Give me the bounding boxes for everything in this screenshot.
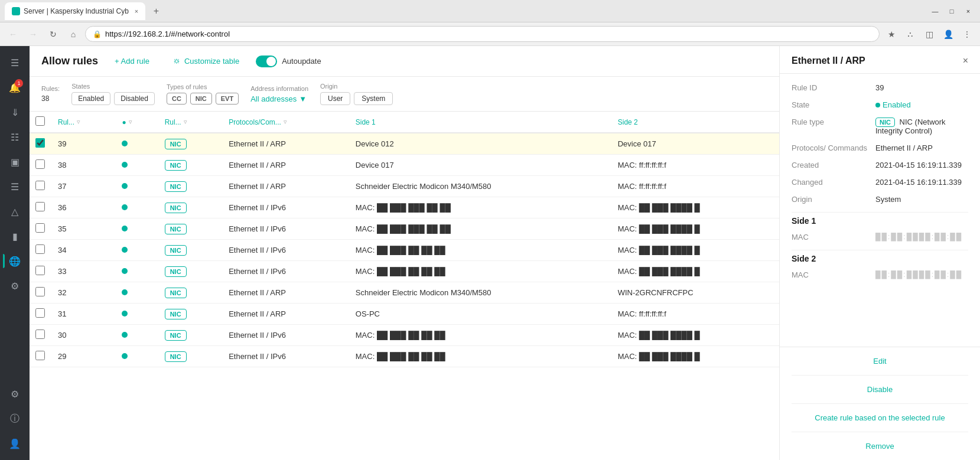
sidebar-item-monitor[interactable]: ▣ [3,150,27,174]
sidebar-item-list[interactable]: ☰ [3,175,27,198]
col-rule-name-label: Rul... [165,118,181,126]
detail-origin-row: Origin System [792,195,968,204]
browser-chrome: Server | Kaspersky Industrial Cyb × + — … [0,0,980,22]
row-checkbox[interactable] [35,223,45,233]
col-rule-id-filter-icon[interactable]: ▿ [77,118,80,126]
rules-table: Rul... ▿ ● ▿ Rul... [30,112,779,367]
sidebar-item-user[interactable]: 👤 [3,432,27,455]
col-rule-id[interactable]: Rul... ▿ [51,112,115,133]
row-protocol: Ethernet II / IPv6 [222,261,349,282]
col-side1[interactable]: Side 1 [349,112,611,133]
row-checkbox[interactable] [35,329,45,339]
disabled-filter-button[interactable]: Disabled [114,92,155,105]
disable-button[interactable]: Disable [792,383,968,396]
maximize-button[interactable]: □ [945,6,959,17]
type-cc-button[interactable]: CC [167,93,187,105]
col-status-filter-icon[interactable]: ▿ [129,118,132,126]
autoupdate-switch[interactable] [256,56,277,67]
remove-button[interactable]: Remove [792,439,968,453]
detail-close-button[interactable]: × [963,56,968,66]
row-checkbox[interactable] [35,308,45,318]
table-row[interactable]: 31NICEthernet II / ARPOS-PCMAC: ff:ff:ff… [30,304,779,325]
row-protocol: Ethernet II / IPv6 [222,197,349,218]
created-value: 2021-04-15 16:19:11.339 [875,161,968,169]
row-checkbox[interactable] [35,266,45,275]
create-rule-button[interactable]: Create rule based on the selected rule [792,411,968,425]
row-checkbox[interactable] [35,244,45,254]
sidebar-item-report[interactable]: ▮ [3,224,27,248]
row-side1: MAC: ██ ███ ██ ██ ██ [349,325,611,346]
row-checkbox[interactable] [35,138,45,148]
sidebar-item-settings[interactable]: ⚙ [3,382,27,406]
edit-button[interactable]: Edit [792,354,968,368]
sidebar-item-network[interactable]: 🌐 [3,249,27,273]
extensions-button[interactable]: ◫ [921,26,937,43]
changed-value: 2021-04-15 16:19:11.339 [875,178,968,187]
row-checkbox-cell [30,325,51,346]
profile-button[interactable]: 👤 [940,26,956,43]
table-row[interactable]: 35NICEthernet II / IPv6MAC: ██ ███ ███ █… [30,218,779,240]
sidebar-item-security[interactable]: ⚙ [3,274,27,298]
sidebar-item-alert[interactable]: △ [3,200,27,223]
select-all-header[interactable] [30,112,51,133]
settings-menu-button[interactable]: ⋮ [959,26,975,43]
origin-system-button[interactable]: System [354,92,393,105]
origin-label: Origin [320,83,393,90]
type-evt-button[interactable]: EVT [216,93,239,105]
favorites-button[interactable]: ⛬ [902,26,919,43]
browser-tab[interactable]: Server | Kaspersky Industrial Cyb × [5,2,145,20]
row-checkbox[interactable] [35,287,45,296]
enabled-filter-button[interactable]: Enabled [71,92,110,105]
col-rule-name-filter-icon[interactable]: ▿ [184,118,187,126]
table-row[interactable]: 30NICEthernet II / IPv6MAC: ██ ███ ██ ██… [30,325,779,346]
address-bar[interactable]: 🔒 https://192.168.2.1/#/network-control [85,26,880,42]
col-protocol-filter-icon[interactable]: ▿ [284,118,287,126]
back-button[interactable]: ← [5,26,21,43]
select-all-checkbox[interactable] [35,116,45,126]
add-rule-button[interactable]: + Add rule [108,53,157,69]
table-row[interactable]: 32NICEthernet II / ARPSchneider Electric… [30,282,779,304]
sidebar-item-help[interactable]: ⓘ [3,407,27,430]
forward-button[interactable]: → [25,26,41,43]
tab-close-button[interactable]: × [135,8,138,15]
table-row[interactable]: 36NICEthernet II / IPv6MAC: ██ ███ ███ █… [30,197,779,218]
address-dropdown-button[interactable]: All addresses ▼ [250,94,308,103]
col-rule-name[interactable]: Rul... ▿ [158,112,222,133]
table-row[interactable]: 29NICEthernet II / IPv6MAC: ██ ███ ██ ██… [30,346,779,367]
table-row[interactable]: 38NICEthernet II / ARPDevice 017MAC: ff:… [30,155,779,176]
row-side2: MAC: ██ ███ ████ █ [611,325,779,346]
col-status[interactable]: ● ▿ [115,112,157,133]
row-side2: MAC: ██ ███ ████ █ [611,218,779,240]
table-container[interactable]: Rul... ▿ ● ▿ Rul... [30,112,779,460]
sidebar-item-notifications[interactable]: 🔔 1 [3,76,27,99]
new-tab-button[interactable]: + [149,4,163,18]
type-nic-button[interactable]: NIC [190,93,212,105]
status-dot-icon [122,183,128,189]
row-side1: MAC: ██ ███ ███ ██ ██ [349,218,611,240]
table-row[interactable]: 39NICEthernet II / ARPDevice 012Device 0… [30,133,779,155]
home-button[interactable]: ⌂ [65,26,82,43]
table-row[interactable]: 33NICEthernet II / IPv6MAC: ██ ███ ██ ██… [30,261,779,282]
row-checkbox[interactable] [35,202,45,211]
bookmark-star-button[interactable]: ★ [883,26,900,43]
reload-button[interactable]: ↻ [45,26,61,43]
sidebar-item-menu[interactable]: ☰ [3,51,27,74]
autoupdate-toggle[interactable]: Autoupdate [256,56,321,67]
detail-protocols-row: Protocols/ Commands Ethernet II / ARP [792,143,968,152]
close-button[interactable]: × [961,6,975,17]
detail-divider-1 [792,212,968,213]
sidebar-item-download[interactable]: ⇓ [3,100,27,124]
row-checkbox[interactable] [35,181,45,190]
table-row[interactable]: 37NICEthernet II / ARPSchneider Electric… [30,176,779,197]
row-type: NIC [158,240,222,261]
sidebar-item-dashboard[interactable]: ☷ [3,125,27,149]
customize-table-button[interactable]: ⛭ Customize table [166,53,246,69]
table-row[interactable]: 34NICEthernet II / IPv6MAC: ██ ███ ██ ██… [30,240,779,261]
origin-user-button[interactable]: User [320,92,350,105]
col-side2[interactable]: Side 2 [611,112,779,133]
row-checkbox[interactable] [35,159,45,169]
minimize-button[interactable]: — [928,6,942,17]
type-badge: NIC [165,181,187,192]
col-protocol[interactable]: Protocols/Com... ▿ [222,112,349,133]
row-checkbox[interactable] [35,351,45,360]
